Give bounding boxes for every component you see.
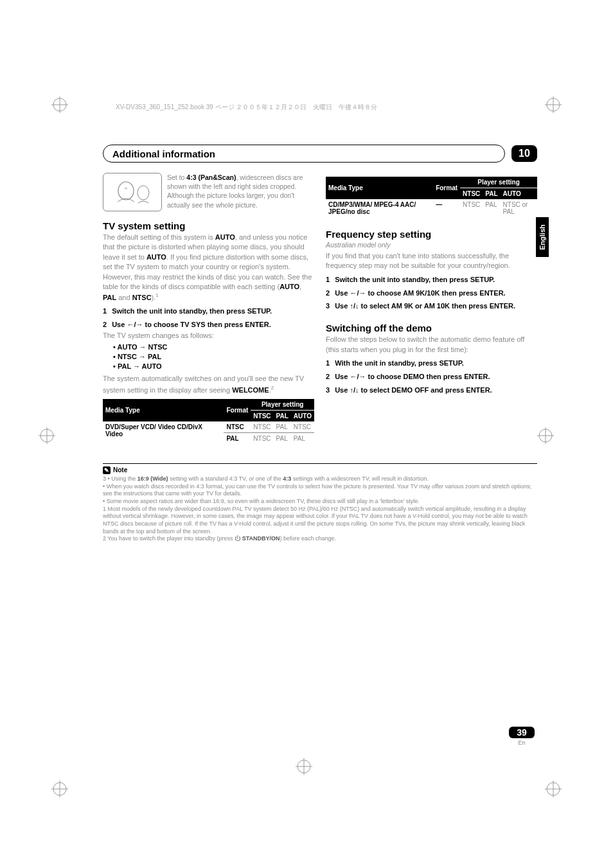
row-label: CD/MP3/WMA/ MPEG-4 AAC/ JPEG/no disc [326, 199, 433, 217]
bullet-item: NTSC → PAL [113, 353, 314, 360]
page-number: 39 En [509, 727, 535, 746]
freq-step-1: 1Switch the unit into standby, then pres… [326, 275, 537, 285]
page-number-value: 39 [509, 727, 535, 738]
registration-mark-icon [537, 427, 554, 444]
tv-system-para: The default setting of this system is AU… [103, 233, 314, 303]
panscan-bold: 4:3 (Pan&Scan) [186, 173, 236, 181]
th-pal: PAL [274, 410, 291, 421]
registration-mark-icon [545, 96, 562, 113]
tv-step-1: 1Switch the unit into standby, then pres… [103, 306, 314, 316]
chapter-number: 10 [511, 145, 537, 162]
chapter-header: Additional information 10 [103, 145, 537, 163]
svg-point-21 [118, 182, 134, 200]
chapter-title-wrap: Additional information [103, 145, 505, 163]
up-down-arrow-icon: ↑/↓ [350, 386, 359, 394]
demo-step-1: 1With the unit in standby, press SETUP. [326, 359, 537, 368]
demo-step-3: 3Use ↑/↓ to select DEMO OFF and press EN… [326, 385, 537, 395]
chapter-title: Additional information [112, 148, 215, 159]
note-line-3: • Some movie aspect ratios are wider tha… [103, 498, 537, 506]
language-side-tab: English [536, 217, 549, 257]
bullet-item: AUTO → NTSC [113, 343, 314, 351]
left-right-arrow-icon: ←/→ [350, 373, 366, 380]
th-format: Format [224, 399, 251, 421]
note-line-5: 2 You have to switch the player into sta… [103, 535, 537, 543]
panscan-prefix: Set to [167, 173, 186, 181]
note-label: ✎ Note [103, 466, 537, 474]
freq-step-2: 2Use ←/→ to choose AM 9K/10K then press … [326, 288, 537, 298]
player-settings-table-left: Media Type Format Player setting NTSC PA… [103, 399, 314, 444]
frequency-heading: Frequency step setting [326, 229, 537, 240]
panscan-text: Set to 4:3 (Pan&Scan), widescreen discs … [167, 173, 314, 211]
svg-point-22 [138, 186, 149, 200]
left-column: Set to 4:3 (Pan&Scan), widescreen discs … [103, 173, 314, 444]
th-ntsc: NTSC [460, 188, 483, 200]
freq-step-3: 3Use ↑/↓ to select AM 9K or AM 10K then … [326, 301, 537, 311]
content-columns: Set to 4:3 (Pan&Scan), widescreen discs … [103, 173, 537, 444]
demo-step-2: 2Use ←/→ to choose DEMO then press ENTER… [326, 372, 537, 382]
th-media: Media Type [103, 399, 224, 421]
left-right-arrow-icon: ←/→ [350, 289, 366, 297]
player-settings-table-right: Media Type Format Player setting NTSC PA… [326, 177, 537, 217]
th-format: Format [433, 177, 460, 199]
tv-system-heading: TV system setting [103, 220, 314, 231]
panscan-icon [103, 173, 162, 211]
panscan-row: Set to 4:3 (Pan&Scan), widescreen discs … [103, 173, 314, 211]
up-down-arrow-icon: ↑/↓ [350, 302, 359, 310]
th-pal: PAL [483, 188, 500, 200]
bullet-item: PAL → AUTO [113, 362, 314, 370]
demo-heading: Switching off the demo [326, 323, 537, 333]
note-line-4: 1 Most models of the newly developed cou… [103, 506, 537, 536]
right-column: Media Type Format Player setting NTSC PA… [326, 173, 537, 444]
row-label: DVD/Super VCD/ Video CD/DivX Video [103, 421, 224, 444]
doc-header-meta: XV-DV353_360_151_252.book 39 ページ ２００５年１２… [116, 103, 377, 112]
left-right-arrow-icon: ←/→ [127, 321, 143, 328]
registration-mark-icon [51, 96, 68, 113]
th-auto: AUTO [501, 188, 537, 200]
page-lang: En [509, 740, 535, 746]
note-block: ✎ Note 3 • Using the 16:9 (Wide) setting… [103, 463, 537, 543]
th-player-setting: Player setting [251, 399, 314, 411]
frequency-subtitle: Australian model only [326, 241, 537, 249]
page: XV-DV353_360_151_252.book 39 ページ ２００５年１２… [0, 0, 613, 868]
note-icon: ✎ [103, 466, 111, 474]
tv-bullets: AUTO → NTSC NTSC → PAL PAL → AUTO [113, 343, 314, 370]
note-line-2: • When you watch discs recorded in 4:3 f… [103, 483, 537, 498]
th-ntsc: NTSC [251, 410, 273, 421]
registration-mark-icon [545, 781, 562, 797]
power-icon: ⏻ [235, 535, 240, 542]
th-player-setting: Player setting [460, 177, 537, 188]
tv-step-2: 2Use ←/→ to choose TV SYS then press ENT… [103, 320, 314, 330]
frequency-para: If you find that you can't tune into sta… [326, 251, 537, 271]
tv-changes-text: The TV system changes as follows: [103, 331, 314, 341]
registration-mark-icon [39, 427, 55, 444]
note-line-1: 3 • Using the 16:9 (Wide) setting with a… [103, 475, 537, 483]
registration-mark-icon [296, 758, 312, 775]
th-media: Media Type [326, 177, 433, 199]
registration-mark-icon [51, 781, 68, 797]
tv-after-para: The system automatically switches on and… [103, 374, 314, 394]
th-auto: AUTO [291, 410, 314, 421]
demo-para: Follow the steps below to switch the aut… [326, 335, 537, 355]
